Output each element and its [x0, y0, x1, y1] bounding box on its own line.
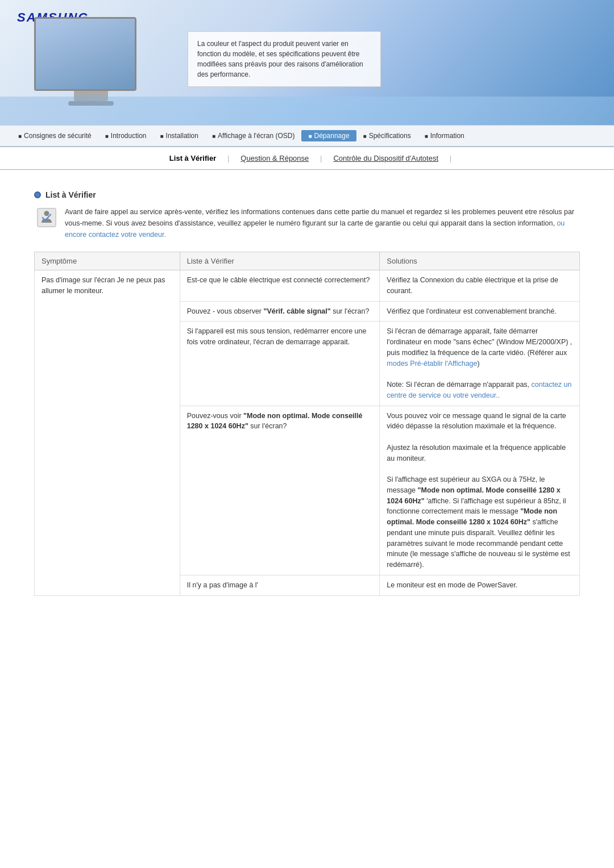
intro-icon — [36, 207, 57, 228]
nav-bullet: ■ — [363, 133, 367, 139]
nav-label: Introduction — [111, 132, 147, 140]
mode-link[interactable]: modes Pré-établir l'Affichage — [387, 360, 477, 368]
sub-nav: List à Vérifier | Question & Réponse | C… — [0, 147, 614, 170]
section-dot-icon — [34, 191, 41, 198]
check-cell-5: Il n'y a pas d'image à l' — [180, 575, 380, 595]
col-header-symptom: Symptôme — [35, 252, 180, 270]
nav-item-information[interactable]: ■ Information — [418, 131, 471, 141]
sub-nav-qr[interactable]: Question & Réponse — [231, 154, 318, 162]
main-content: List à Vérifier Avant de faire appel au … — [0, 170, 614, 607]
nav-bullet: ■ — [18, 133, 22, 139]
check-cell-1: Est-ce que le câble électrique est conne… — [180, 270, 380, 302]
nav-bullet: ■ — [160, 133, 164, 139]
table-row: Pas d'image sur l'écran Je ne peux pas a… — [35, 270, 580, 302]
nav-item-installation[interactable]: ■ Installation — [154, 131, 205, 141]
solution-cell-2: Vérifiez que l'ordinateur est convenable… — [380, 301, 580, 322]
checklist-table: Symptôme Liste à Vérifier Solutions Pas … — [34, 252, 580, 596]
check-cell-3: Si l'appareil est mis sous tension, redé… — [180, 322, 380, 406]
nav-item-osd[interactable]: ■ Affichage à l'écran (OSD) — [205, 131, 302, 141]
nav-item-specifications[interactable]: ■ Spécifications — [356, 131, 418, 141]
nav-bullet: ■ — [308, 133, 312, 139]
solution-cell-5: Le moniteur est en mode de PowerSaver. — [380, 575, 580, 595]
check-cell-4: Pouvez-vous voir "Mode non optimal. Mode… — [180, 406, 380, 575]
col-header-solution: Solutions — [380, 252, 580, 270]
nav-label: Spécifications — [369, 132, 411, 140]
nav-label: Information — [430, 132, 464, 140]
service-link[interactable]: contactez un centre de service ou votre … — [387, 381, 571, 399]
nav-bullet: ■ — [105, 133, 109, 139]
check-cell-2: Pouvez - vous observer "Vérif. câble sig… — [180, 301, 380, 322]
wave-decoration — [0, 97, 614, 125]
intro-block: Avant de faire appel au service après-ve… — [34, 206, 580, 240]
monitor-illustration — [34, 17, 148, 108]
nav-bullet: ■ — [425, 133, 428, 139]
solution-cell-3: Si l'écran de démarrage apparait, faite … — [380, 322, 580, 406]
symptom-cell-1: Pas d'image sur l'écran Je ne peux pas a… — [35, 270, 180, 596]
callout-box: La couleur et l'aspect du produit peuven… — [188, 31, 381, 87]
header-banner: SAMSUNG La couleur et l'aspect du produi… — [0, 0, 614, 125]
nav-item-securite[interactable]: ■ Consignes de sécurité — [11, 131, 98, 141]
nav-bar: ■ Consignes de sécurité ■ Introduction ■… — [0, 125, 614, 147]
nav-label: Consignes de sécurité — [24, 132, 92, 140]
nav-item-depannage[interactable]: ■ Dépannage — [301, 130, 356, 141]
nav-label: Affichage à l'écran (OSD) — [218, 132, 294, 140]
nav-label: Installation — [166, 132, 198, 140]
section-header: List à Vérifier — [34, 190, 580, 199]
nav-bullet: ■ — [212, 133, 215, 139]
solution-cell-4: Vous pouvez voir ce message quand le sig… — [380, 406, 580, 575]
solution-cell-1: Vérifiez la Connexion du cable électriqu… — [380, 270, 580, 302]
callout-text: La couleur et l'aspect du produit peuven… — [197, 40, 363, 78]
col-header-check: Liste à Vérifier — [180, 252, 380, 270]
section-title: List à Vérifier — [45, 190, 96, 199]
nav-label: Dépannage — [314, 132, 350, 140]
intro-paragraph: Avant de faire appel au service après-ve… — [65, 206, 580, 240]
sub-nav-list[interactable]: List à Vérifier — [160, 154, 225, 162]
nav-item-introduction[interactable]: ■ Introduction — [98, 131, 154, 141]
sub-nav-autotest[interactable]: Contrôle du Dispositif d'Autotest — [324, 154, 447, 162]
svg-point-1 — [44, 211, 49, 216]
